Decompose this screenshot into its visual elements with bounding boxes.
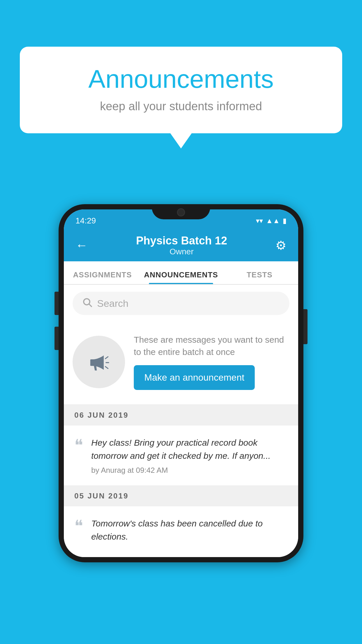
status-time: 14:29 [75, 216, 96, 225]
tabs-bar: ASSIGNMENTS ANNOUNCEMENTS TESTS [64, 261, 298, 285]
header-title: Physics Batch 12 [136, 235, 227, 247]
announcement-meta-1: by Anurag at 09:42 AM [91, 466, 288, 475]
battery-icon: ▮ [283, 217, 287, 225]
announcement-content-2: Tomorrow's class has been cancelled due … [91, 517, 288, 547]
header-center: Physics Batch 12 Owner [136, 235, 227, 256]
announcement-content-1: Hey class! Bring your practical record b… [91, 436, 288, 475]
announcement-prompt: These are messages you want to send to t… [64, 322, 298, 405]
svg-line-5 [106, 366, 108, 368]
speech-bubble-card: Announcements keep all your students inf… [20, 47, 342, 133]
phone-screen: 14:29 ▾▾ ▲▲ ▮ ← Physics Batch 12 Owner ⚙… [64, 209, 298, 557]
phone-outer: 14:29 ▾▾ ▲▲ ▮ ← Physics Batch 12 Owner ⚙… [59, 204, 303, 562]
tab-assignments[interactable]: ASSIGNMENTS [64, 270, 141, 284]
speech-bubble-title: Announcements [43, 64, 319, 94]
phone-side-button-left2 [55, 327, 59, 350]
announcement-right: These are messages you want to send to t… [134, 334, 289, 390]
search-placeholder: Search [97, 298, 129, 309]
back-button[interactable]: ← [75, 238, 88, 252]
signal-icon: ▲▲ [266, 217, 280, 225]
speech-bubble-subtitle: keep all your students informed [43, 100, 319, 113]
phone-mockup: 14:29 ▾▾ ▲▲ ▮ ← Physics Batch 12 Owner ⚙… [59, 204, 303, 562]
quote-icon-1: ❝ [74, 437, 83, 454]
svg-line-3 [106, 357, 108, 359]
announcement-text-2: Tomorrow's class has been cancelled due … [91, 517, 288, 543]
announcement-icon-circle [73, 336, 125, 388]
date-divider-1: 06 JUN 2019 [64, 405, 298, 426]
svg-line-1 [89, 304, 92, 306]
search-icon [82, 297, 92, 310]
app-header: ← Physics Batch 12 Owner ⚙ [64, 229, 298, 261]
make-announcement-button[interactable]: Make an announcement [134, 365, 255, 390]
announcement-text-1: Hey class! Bring your practical record b… [91, 436, 288, 462]
announcement-description: These are messages you want to send to t… [134, 334, 289, 358]
svg-rect-2 [90, 359, 94, 366]
tab-tests[interactable]: TESTS [221, 270, 298, 284]
wifi-icon: ▾▾ [256, 217, 263, 225]
phone-side-button-left [55, 292, 59, 315]
quote-icon-2: ❝ [74, 518, 83, 534]
tab-announcements[interactable]: ANNOUNCEMENTS [141, 270, 221, 284]
speech-bubble-section: Announcements keep all your students inf… [20, 47, 342, 133]
status-icons: ▾▾ ▲▲ ▮ [256, 217, 287, 225]
search-container: Search [64, 285, 298, 322]
settings-icon[interactable]: ⚙ [275, 238, 287, 253]
announcement-item-2[interactable]: ❝ Tomorrow's class has been cancelled du… [64, 506, 298, 557]
announcement-item-1[interactable]: ❝ Hey class! Bring your practical record… [64, 426, 298, 486]
header-subtitle: Owner [136, 247, 227, 256]
search-bar[interactable]: Search [73, 292, 289, 315]
date-divider-2: 05 JUN 2019 [64, 486, 298, 506]
phone-side-button-right [303, 309, 307, 344]
phone-camera [177, 208, 185, 216]
